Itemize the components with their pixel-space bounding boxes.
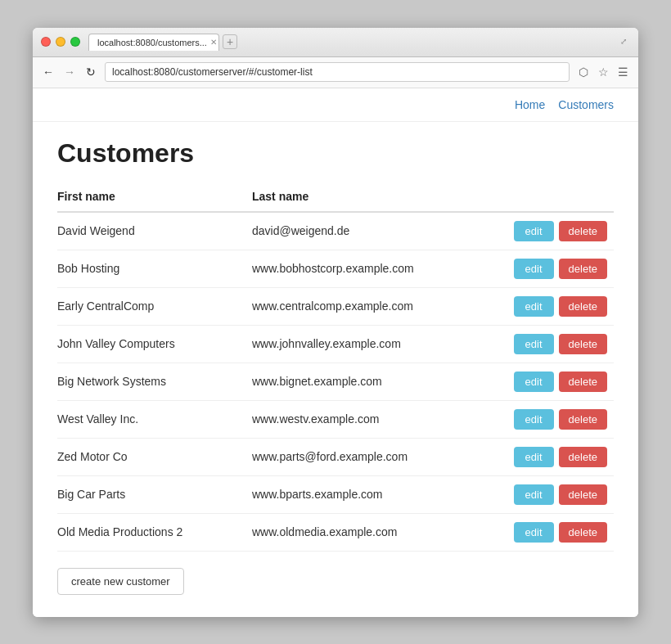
- action-buttons: edit delete: [475, 372, 607, 392]
- customer-actions: edit delete: [475, 212, 614, 250]
- delete-button[interactable]: delete: [559, 296, 607, 317]
- col-header-actions: [475, 185, 614, 212]
- delete-button[interactable]: delete: [559, 259, 607, 279]
- customer-actions: edit delete: [475, 400, 614, 438]
- browser-tab[interactable]: localhost:8080/customers... ✕: [88, 34, 219, 51]
- customer-first-name: Zed Motor Co: [57, 438, 252, 475]
- table-row: Big Car Parts www.bparts.example.com edi…: [57, 475, 614, 513]
- col-header-first: First name: [57, 185, 252, 212]
- action-buttons: edit delete: [475, 259, 607, 279]
- delete-button[interactable]: delete: [559, 409, 607, 430]
- customer-first-name: Big Car Parts: [57, 475, 252, 513]
- table-row: Bob Hosting www.bobhostcorp.example.com …: [57, 250, 614, 287]
- traffic-lights: [41, 37, 80, 47]
- title-bar: localhost:8080/customers... ✕ + ⤢: [33, 28, 638, 57]
- customer-last-name: www.oldmedia.example.com: [252, 513, 475, 551]
- edit-button[interactable]: edit: [514, 221, 554, 241]
- forward-button[interactable]: →: [62, 65, 77, 79]
- edit-button[interactable]: edit: [514, 259, 554, 279]
- customer-first-name: John Valley Computers: [57, 325, 252, 363]
- customer-actions: edit delete: [475, 250, 614, 287]
- create-new-customer-button[interactable]: create new customer: [57, 568, 184, 595]
- customer-first-name: David Weigend: [57, 212, 252, 250]
- page-content: Home Customers Customers First name Last…: [33, 88, 638, 617]
- customer-last-name: www.centralcomp.example.com: [252, 287, 475, 325]
- delete-button[interactable]: delete: [559, 334, 607, 354]
- address-input[interactable]: [105, 62, 570, 82]
- main-content: Customers First name Last name David Wei…: [33, 122, 638, 617]
- table-row: Old Media Productions 2 www.oldmedia.exa…: [57, 513, 614, 551]
- edit-button[interactable]: edit: [514, 522, 554, 543]
- customer-first-name: West Valley Inc.: [57, 400, 252, 438]
- bookmark-icon[interactable]: ☆: [596, 65, 610, 79]
- table-row: Zed Motor Co www.parts@ford.example.com …: [57, 438, 614, 475]
- customer-last-name: www.parts@ford.example.com: [252, 438, 475, 475]
- customer-actions: edit delete: [475, 325, 614, 363]
- customer-first-name: Big Network Systems: [57, 363, 252, 400]
- action-buttons: edit delete: [475, 409, 607, 430]
- extensions-icon[interactable]: ⬡: [576, 65, 591, 79]
- customers-table: First name Last name David Weigend david…: [57, 185, 614, 552]
- customer-actions: edit delete: [475, 287, 614, 325]
- customer-last-name: www.westv.example.com: [252, 400, 475, 438]
- tab-label: localhost:8080/customers...: [97, 38, 207, 47]
- edit-button[interactable]: edit: [514, 447, 554, 467]
- customer-last-name: www.bignet.example.com: [252, 363, 475, 400]
- customer-last-name: www.johnvalley.example.com: [252, 325, 475, 363]
- customer-last-name: www.bparts.example.com: [252, 475, 475, 513]
- action-buttons: edit delete: [475, 484, 607, 505]
- top-nav: Home Customers: [33, 88, 638, 122]
- action-buttons: edit delete: [475, 221, 607, 241]
- customer-actions: edit delete: [475, 438, 614, 475]
- new-tab-button[interactable]: +: [223, 34, 237, 49]
- delete-button[interactable]: delete: [559, 447, 607, 467]
- menu-icon[interactable]: ☰: [615, 65, 630, 79]
- customer-last-name: www.bobhostcorp.example.com: [252, 250, 475, 287]
- minimize-button[interactable]: [56, 37, 65, 47]
- delete-button[interactable]: delete: [559, 372, 607, 392]
- customer-first-name: Bob Hosting: [57, 250, 252, 287]
- tab-close-icon[interactable]: ✕: [210, 38, 217, 47]
- edit-button[interactable]: edit: [514, 409, 554, 430]
- action-buttons: edit delete: [475, 296, 607, 317]
- col-header-last: Last name: [252, 185, 475, 212]
- delete-button[interactable]: delete: [559, 484, 607, 505]
- page-title: Customers: [57, 138, 614, 169]
- browser-icons: ⬡ ☆ ☰: [576, 65, 630, 79]
- customer-actions: edit delete: [475, 475, 614, 513]
- customer-last-name: david@weigend.de: [252, 212, 475, 250]
- fullscreen-icon[interactable]: ⤢: [620, 37, 630, 47]
- back-button[interactable]: ←: [41, 65, 56, 79]
- edit-button[interactable]: edit: [514, 334, 554, 354]
- table-row: West Valley Inc. www.westv.example.com e…: [57, 400, 614, 438]
- action-buttons: edit delete: [475, 447, 607, 467]
- maximize-button[interactable]: [70, 37, 80, 47]
- customer-actions: edit delete: [475, 513, 614, 551]
- refresh-button[interactable]: ↻: [83, 65, 98, 79]
- table-row: David Weigend david@weigend.de edit dele…: [57, 212, 614, 250]
- tab-bar: localhost:8080/customers... ✕ +: [88, 34, 620, 51]
- table-row: Early CentralComp www.centralcomp.exampl…: [57, 287, 614, 325]
- nav-customers[interactable]: Customers: [558, 98, 614, 111]
- nav-home[interactable]: Home: [515, 98, 545, 111]
- delete-button[interactable]: delete: [559, 221, 607, 241]
- edit-button[interactable]: edit: [514, 372, 554, 392]
- edit-button[interactable]: edit: [514, 296, 554, 317]
- customer-first-name: Early CentralComp: [57, 287, 252, 325]
- table-row: John Valley Computers www.johnvalley.exa…: [57, 325, 614, 363]
- browser-window: localhost:8080/customers... ✕ + ⤢ ← → ↻ …: [33, 28, 638, 617]
- delete-button[interactable]: delete: [559, 522, 607, 543]
- edit-button[interactable]: edit: [514, 484, 554, 505]
- window-controls: ⤢: [620, 37, 630, 47]
- action-buttons: edit delete: [475, 334, 607, 354]
- customer-first-name: Old Media Productions 2: [57, 513, 252, 551]
- customer-actions: edit delete: [475, 363, 614, 400]
- table-row: Big Network Systems www.bignet.example.c…: [57, 363, 614, 400]
- close-button[interactable]: [41, 37, 51, 47]
- address-bar: ← → ↻ ⬡ ☆ ☰: [33, 57, 638, 88]
- action-buttons: edit delete: [475, 522, 607, 543]
